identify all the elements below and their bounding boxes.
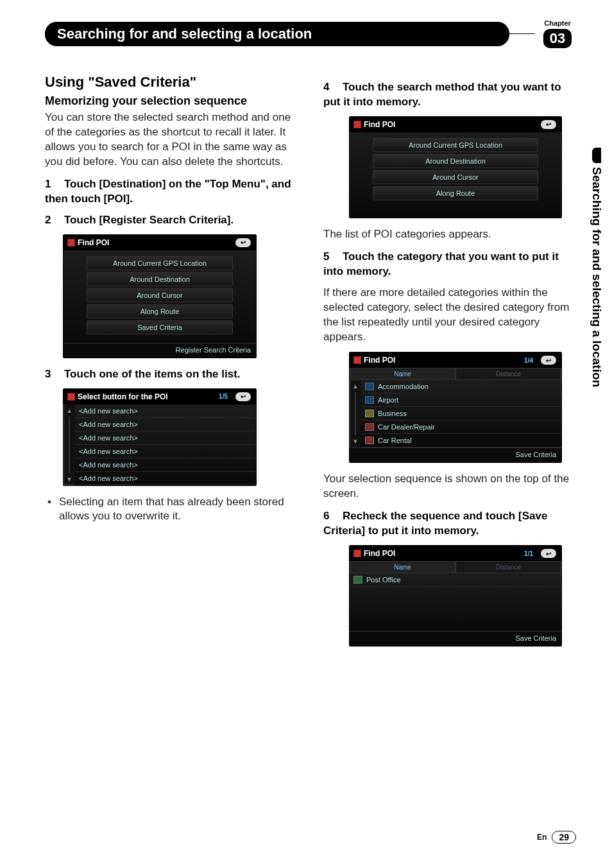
back-icon[interactable]: ↩ [235, 392, 251, 401]
step-4: 4Touch the search method that you want t… [323, 80, 580, 110]
step-6: 6Recheck the sequence and touch [Save Cr… [323, 509, 580, 539]
step-3-text: Touch one of the items on the list. [64, 368, 241, 380]
tab-distance[interactable]: Distance [455, 561, 561, 573]
screenshot-final: Find POI 1/1 ↩ Name Distance Post Office… [349, 545, 562, 647]
chapter-number: 03 [543, 29, 572, 48]
page-footer: En 29 [537, 831, 576, 844]
save-criteria-button[interactable]: Save Criteria [350, 447, 561, 462]
chapter-block: Chapter 03 [535, 19, 580, 48]
after-step5-text: If there are more detailed categories wi… [323, 286, 580, 345]
step-1: 1Touch [Destination] on the "Top Menu", … [45, 177, 302, 207]
scroll-up-icon[interactable]: ▲ [352, 383, 359, 390]
category-item[interactable]: Accommodation [361, 380, 561, 394]
screenshot-title: Find POI [364, 120, 395, 129]
scroll-down-icon[interactable]: ▼ [352, 438, 359, 445]
option-around-destination[interactable]: Around Destination [87, 272, 233, 286]
option-around-cursor[interactable]: Around Cursor [87, 288, 233, 302]
page-indicator: 1/5 [219, 393, 228, 400]
step-6-text: Recheck the sequence and touch [Save Cri… [323, 510, 547, 537]
right-column: 4Touch the search method that you want t… [323, 74, 580, 655]
screenshot-titlebar: Find POI 1/1 ↩ [350, 546, 561, 561]
page-header: Searching for and selecting a location C… [45, 19, 580, 48]
step-3: 3Touch one of the items on the list. [45, 367, 302, 382]
list-item[interactable]: <Add new search> [75, 458, 256, 472]
screenshot-find-poi-2: Find POI ↩ Around Current GPS Location A… [349, 116, 562, 218]
register-search-criteria-button[interactable]: Register Search Criteria [64, 343, 256, 358]
category-item[interactable]: Car Dealer/Repair [361, 421, 561, 434]
step-4-text: Touch the search method that you want to… [323, 81, 561, 108]
tab-name[interactable]: Name [350, 368, 455, 380]
screenshot-title: Select button for the POI [78, 392, 168, 401]
list-item[interactable]: <Add new search> [75, 418, 256, 431]
option-around-gps[interactable]: Around Current GPS Location [373, 138, 538, 152]
heading-part1: Using [45, 74, 88, 90]
screenshot-find-poi-1: Find POI ↩ Around Current GPS Location A… [63, 234, 257, 358]
step-5-text: Touch the category that you want to put … [323, 250, 559, 277]
header-title-pill: Searching for and selecting a location [45, 22, 509, 46]
option-around-gps[interactable]: Around Current GPS Location [87, 256, 233, 270]
list-item[interactable]: <Add new search> [75, 431, 256, 445]
list-item[interactable]: <Add new search> [75, 445, 256, 458]
screenshot-title: Find POI [78, 238, 109, 247]
option-along-route[interactable]: Along Route [87, 304, 233, 318]
back-icon[interactable]: ↩ [541, 356, 556, 365]
save-criteria-button[interactable]: Save Criteria [350, 631, 561, 646]
side-tab-marker [592, 148, 601, 163]
page-indicator: 1/4 [524, 357, 533, 364]
side-tab-text: Searching for and selecting a location [590, 167, 604, 387]
step-1-text: Touch [Destination] on the "Top Menu", a… [45, 178, 291, 205]
scroll-bar[interactable]: ▲ ▼ [64, 404, 75, 485]
screenshot-titlebar: Find POI ↩ [64, 235, 256, 250]
back-icon[interactable]: ↩ [541, 120, 556, 129]
list-item[interactable]: <Add new search> [75, 472, 256, 485]
header-connector [509, 33, 535, 35]
list-item[interactable]: <Add new search> [75, 404, 256, 418]
footer-page-number: 29 [552, 831, 576, 844]
heading-part2: "Saved Criteria" [88, 74, 196, 90]
step-2-text: Touch [Register Search Criteria]. [64, 214, 234, 226]
chapter-label: Chapter [544, 19, 571, 27]
bullet-note: Selecting an item that has already been … [59, 495, 302, 525]
screenshot-titlebar: Select button for the POI 1/5 ↩ [64, 389, 256, 404]
category-item[interactable]: Post Office [350, 573, 561, 587]
option-around-cursor[interactable]: Around Cursor [373, 170, 538, 184]
left-column: Using "Saved Criteria" Memorizing your s… [45, 74, 302, 655]
category-item[interactable]: Business [361, 407, 561, 421]
screenshot-categories: Find POI 1/4 ↩ Name Distance ▲ ▼ [349, 352, 562, 463]
back-icon[interactable]: ↩ [235, 238, 251, 247]
screenshot-titlebar: Find POI 1/4 ↩ [350, 352, 561, 368]
scroll-up-icon[interactable]: ▲ [66, 407, 72, 414]
subheading: Memorizing your selection sequence [45, 94, 302, 108]
section-heading: Using "Saved Criteria" [45, 74, 302, 91]
page-indicator: 1/1 [524, 550, 533, 557]
category-item[interactable]: Airport [361, 394, 561, 407]
intro-paragraph: You can store the selected search method… [45, 110, 302, 169]
footer-language: En [537, 833, 547, 842]
screenshot-select-button: Select button for the POI 1/5 ↩ ▲ ▼ <Add… [63, 388, 257, 486]
screenshot-title: Find POI [364, 549, 395, 558]
back-icon[interactable]: ↩ [541, 549, 556, 558]
option-saved-criteria[interactable]: Saved Criteria [87, 320, 233, 334]
header-title: Searching for and selecting a location [57, 26, 312, 42]
option-around-destination[interactable]: Around Destination [373, 154, 538, 168]
after-list-text: Your selection sequence is shown on the … [323, 472, 580, 501]
category-item[interactable]: Car Rental [361, 434, 561, 447]
scroll-down-icon[interactable]: ▼ [66, 476, 72, 483]
tab-name[interactable]: Name [350, 561, 455, 573]
step-2: 2Touch [Register Search Criteria]. [45, 213, 302, 228]
option-along-route[interactable]: Along Route [373, 186, 538, 200]
side-tab: Searching for and selecting a location [588, 148, 606, 424]
scroll-bar[interactable]: ▲ ▼ [350, 380, 361, 447]
screenshot-title: Find POI [364, 356, 395, 365]
after-step4-text: The list of POI categories appears. [323, 227, 580, 242]
step-5: 5Touch the category that you want to put… [323, 250, 580, 279]
tab-distance[interactable]: Distance [455, 368, 561, 380]
screenshot-titlebar: Find POI ↩ [350, 117, 561, 132]
